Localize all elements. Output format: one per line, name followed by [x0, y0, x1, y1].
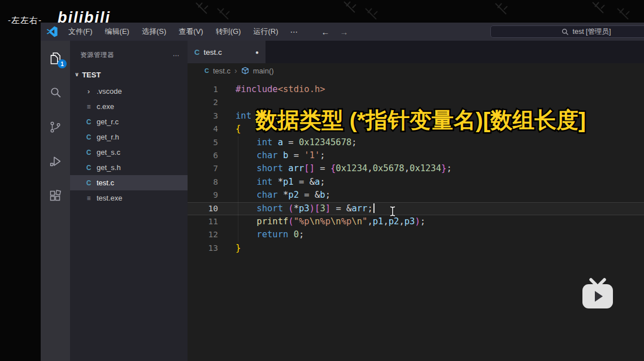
menu-v[interactable]: 查看(V) [172, 23, 209, 41]
bilibili-logo: bilibili [58, 9, 111, 27]
code-line-13[interactable]: 13} [188, 242, 644, 255]
background-watermark [193, 1, 210, 16]
file-name: get_s.c [97, 148, 120, 156]
code-text: int a = 0x12345678; [236, 136, 357, 149]
file-name: .vscode [97, 87, 122, 95]
menu-overflow-button[interactable]: ⋯ [284, 27, 303, 36]
extensions-icon [49, 189, 62, 203]
file-name: test.exe [97, 194, 123, 202]
line-number: 3 [188, 110, 218, 123]
code-text: } [236, 242, 241, 255]
source-control-activity-button[interactable] [41, 110, 70, 144]
breadcrumb-file[interactable]: test.c [213, 67, 230, 75]
history-forward-button[interactable]: → [334, 27, 353, 37]
symbol-method-icon [241, 67, 249, 75]
uploader-name: -左左右- [8, 15, 42, 26]
file-name: get_r.c [97, 118, 119, 126]
code-line-1[interactable]: 1#include<stdio.h> [188, 83, 644, 96]
binary-file-icon: ≡ [85, 194, 93, 202]
mouse-text-cursor [389, 206, 397, 217]
binary-file-icon: ≡ [85, 103, 93, 111]
code-text: short arr[] = {0x1234,0x5678,0x1234}; [236, 162, 452, 175]
file-name: get_r.h [97, 133, 119, 141]
line-number: 2 [188, 96, 218, 109]
background-watermark [363, 7, 380, 21]
background-watermark [615, 7, 632, 21]
menu-r[interactable]: 运行(R) [247, 23, 284, 41]
code-text: int *p1 = &a; [236, 176, 325, 189]
window-title: test [管理员] [572, 27, 611, 37]
file-tree-item-test.exe[interactable]: ≡test.exe [70, 190, 188, 206]
file-tree-item-.vscode[interactable]: ›.vscode [70, 84, 188, 99]
workspace-root-folder[interactable]: ∨ TEST [70, 67, 188, 82]
line-number: 11 [188, 215, 218, 228]
file-name: test.c [97, 179, 114, 187]
code-line-7[interactable]: 7 short arr[] = {0x1234,0x5678,0x1234}; [188, 162, 644, 175]
video-frame: -左左右- bilibili 文件(F)编辑(E)选择(S)查看(V)转到(G)… [0, 0, 644, 361]
line-number: 7 [188, 162, 218, 175]
c-file-icon: C [85, 118, 93, 126]
search-icon [49, 85, 63, 99]
folder-chevron-icon: › [85, 87, 93, 95]
menu-g[interactable]: 转到(G) [210, 23, 247, 41]
c-file-icon: C [85, 149, 93, 156]
code-line-12[interactable]: 12 return 0; [188, 228, 644, 241]
run-debug-icon [49, 154, 63, 168]
breadcrumb: C test.c › main() [188, 63, 644, 78]
indent-guide [238, 136, 238, 242]
explorer-sidebar: 资源管理器 ⋯ ∨ TEST ›.vscode≡c.exeCget_r.cCge… [70, 41, 188, 361]
code-text: { [236, 123, 241, 136]
background-watermark [341, 0, 358, 15]
code-text: #include<stdio.h> [236, 83, 325, 96]
search-activity-button[interactable] [41, 75, 70, 110]
line-number: 13 [188, 242, 218, 255]
unsaved-changes-dot[interactable]: ● [255, 49, 259, 55]
run-debug-activity-button[interactable] [41, 144, 70, 179]
file-tree-item-get_r.c[interactable]: Cget_r.c [70, 114, 188, 129]
background-watermark [215, 7, 232, 21]
line-number: 4 [188, 123, 218, 136]
line-number: 10 [188, 202, 218, 215]
command-center-search[interactable]: test [管理员] [490, 25, 644, 38]
code-line-6[interactable]: 6 char b = '1'; [188, 149, 644, 162]
search-icon [562, 28, 569, 36]
line-number: 8 [188, 176, 218, 189]
code-line-10[interactable]: 10 short (*p3)[3] = &arr; [188, 202, 644, 215]
tab-test-c[interactable]: C test.c ● [188, 41, 266, 63]
explorer-badge: 1 [58, 59, 67, 68]
extensions-activity-button[interactable] [41, 179, 70, 213]
line-number: 9 [188, 189, 218, 202]
history-back-button[interactable]: ← [316, 27, 334, 37]
c-file-icon: C [85, 164, 93, 172]
code-line-9[interactable]: 9 char *p2 = &b; [188, 189, 644, 202]
code-line-8[interactable]: 8 int *p1 = &a; [188, 176, 644, 189]
file-tree-item-get_r.h[interactable]: Cget_r.h [70, 129, 188, 145]
chevron-right-icon: › [234, 66, 237, 75]
sidebar-more-button[interactable]: ⋯ [173, 51, 180, 59]
code-line-5[interactable]: 5 int a = 0x12345678; [188, 136, 644, 149]
file-tree-item-get_s.h[interactable]: Cget_s.h [70, 160, 188, 175]
menu-s[interactable]: 选择(S) [136, 23, 172, 41]
c-file-icon: C [85, 179, 93, 187]
file-tree-item-c.exe[interactable]: ≡c.exe [70, 99, 188, 114]
code-line-11[interactable]: 11 printf("%p\n%p\n%p\n",p1,p2,p3); [188, 215, 644, 228]
c-file-icon: C [85, 133, 93, 141]
vscode-window: 文件(F)编辑(E)选择(S)查看(V)转到(G)运行(R) ⋯ ← → tes… [41, 23, 644, 361]
code-text: char b = '1'; [236, 149, 325, 162]
explorer-activity-button[interactable]: 1 [41, 41, 70, 75]
file-tree-item-get_s.c[interactable]: Cget_s.c [70, 145, 188, 160]
file-name: c.exe [97, 102, 114, 111]
vscode-logo-icon [46, 26, 58, 37]
line-number: 12 [188, 228, 218, 241]
file-tree-item-test.c[interactable]: Ctest.c [70, 175, 188, 190]
background-watermark [590, 1, 607, 15]
code-text: return 0; [236, 228, 304, 241]
code-area[interactable]: 1#include<stdio.h>23int main()4{5 int a … [188, 78, 644, 255]
file-name: get_s.h [97, 163, 121, 172]
text-cursor [373, 203, 375, 213]
c-file-icon: C [204, 67, 209, 74]
breadcrumb-symbol[interactable]: main() [253, 67, 274, 75]
tab-bar: C test.c ● [188, 41, 644, 63]
line-number: 1 [188, 83, 218, 96]
code-text: short (*p3)[3] = &arr; [236, 202, 375, 215]
